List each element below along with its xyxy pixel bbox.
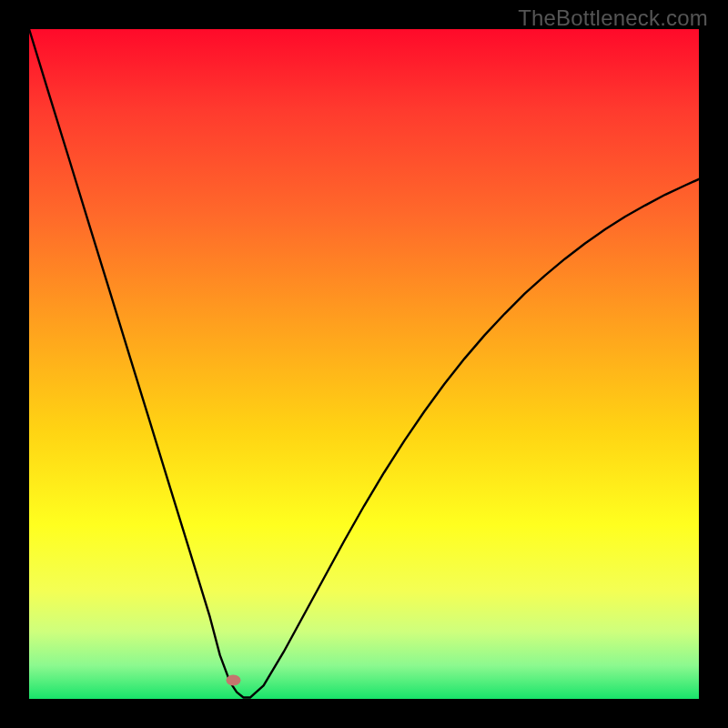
watermark-text: TheBottleneck.com: [518, 5, 708, 31]
bottleneck-chart: [29, 29, 699, 699]
optimum-marker: [226, 674, 240, 685]
chart-frame: TheBottleneck.com: [0, 0, 728, 728]
gradient-background: [29, 29, 699, 699]
plot-area: [29, 29, 699, 699]
